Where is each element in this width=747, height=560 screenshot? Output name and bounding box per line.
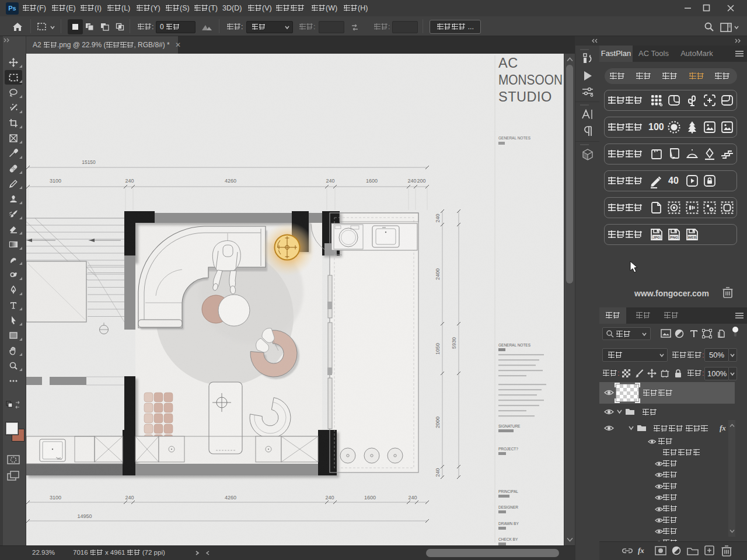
svg-text:JPG: JPG [653, 235, 661, 239]
svg-text:WEB: WEB [688, 235, 697, 239]
svg-text:PNG: PNG [670, 235, 678, 239]
svg-text:fx: fx [720, 424, 726, 432]
svg-text:fx: fx [638, 546, 644, 555]
